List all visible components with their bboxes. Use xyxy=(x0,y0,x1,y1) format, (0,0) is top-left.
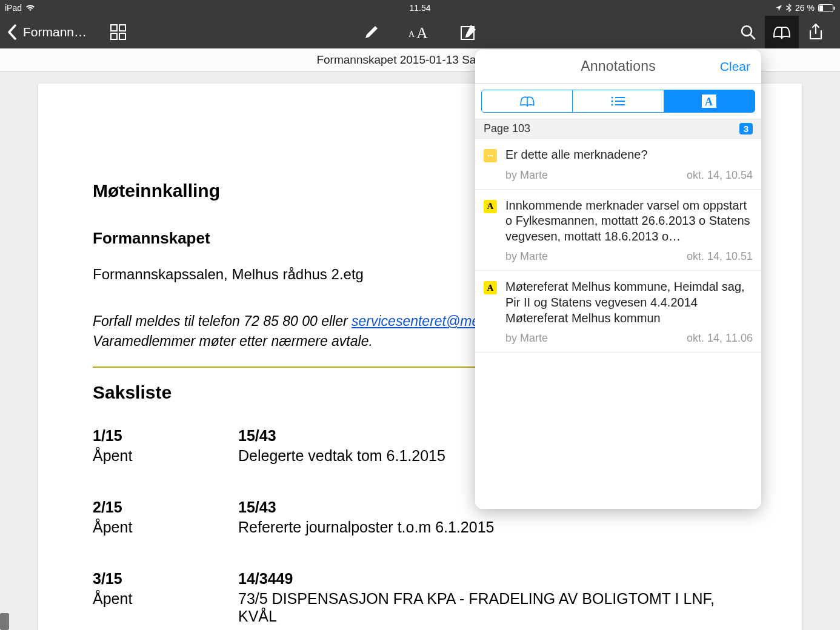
svg-rect-16 xyxy=(615,104,625,105)
svg-point-11 xyxy=(611,97,613,99)
annotation-time: okt. 14, 11.06 xyxy=(687,332,753,345)
status-bar: iPad 11.54 26 % xyxy=(0,0,840,16)
seg-bookmarks[interactable] xyxy=(482,90,573,112)
annotation-page-header: Page 103 3 xyxy=(475,119,761,139)
svg-rect-12 xyxy=(615,97,625,98)
annotation-list[interactable]: Er dette alle merknadene? by Marteokt. 1… xyxy=(475,139,761,509)
annotation-author: by Marte xyxy=(505,169,548,182)
case-num: 2/15 xyxy=(93,499,238,516)
annotations-popover: Annotations Clear A Page 103 3 Er dette … xyxy=(475,50,761,509)
case-title: 73/5 DISPENSASJON FRA KPA - FRADELING AV… xyxy=(238,590,747,625)
svg-text:A: A xyxy=(408,30,415,39)
case-num: 3/15 xyxy=(93,570,238,588)
seg-annotations[interactable]: A xyxy=(664,90,755,112)
battery-icon xyxy=(818,4,835,12)
case-title: Refererte journalposter t.o.m 6.1.2015 xyxy=(238,519,747,536)
battery-pct: 26 % xyxy=(795,3,815,13)
case-status: Åpent xyxy=(93,447,238,465)
pencil-icon[interactable] xyxy=(355,16,388,48)
bluetooth-icon xyxy=(786,4,792,12)
svg-text:A: A xyxy=(416,24,428,40)
annotation-text: Innkommende merknader varsel om oppstart… xyxy=(505,198,753,245)
compose-icon[interactable] xyxy=(452,16,485,48)
scrollbar-indicator[interactable] xyxy=(0,613,9,630)
svg-rect-2 xyxy=(834,7,835,10)
popover-header: Annotations Clear xyxy=(475,50,761,84)
annotation-author: by Marte xyxy=(505,250,548,263)
status-time: 11.54 xyxy=(409,3,430,13)
wifi-icon xyxy=(25,4,35,12)
svg-rect-1 xyxy=(819,5,823,11)
page-label: Page 103 xyxy=(484,122,530,135)
comment-icon xyxy=(484,149,497,162)
annotation-time: okt. 14, 10.54 xyxy=(687,169,753,182)
svg-text:A: A xyxy=(705,96,713,108)
svg-point-15 xyxy=(611,104,613,106)
bookmark-icon[interactable] xyxy=(765,16,799,48)
svg-point-20 xyxy=(490,155,491,156)
annotation-text: Er dette alle merknadene? xyxy=(505,147,753,163)
svg-point-13 xyxy=(611,101,613,102)
location-icon xyxy=(775,4,782,12)
svg-point-19 xyxy=(488,155,489,156)
case-num: 1/15 xyxy=(93,427,238,445)
annotation-text: Møtereferat Melhus kommune, Heimdal sag,… xyxy=(505,279,753,326)
svg-rect-4 xyxy=(119,25,125,31)
device-label: iPad xyxy=(5,3,22,13)
text-size-icon[interactable]: AA xyxy=(403,16,437,48)
annotation-time: okt. 14, 10.51 xyxy=(687,250,753,263)
case-ref: 14/3449 xyxy=(238,570,747,588)
annotation-item[interactable]: A Møtereferat Melhus kommune, Heimdal sa… xyxy=(475,271,761,353)
back-title[interactable]: Formann… xyxy=(23,25,87,39)
seg-outline[interactable] xyxy=(573,90,664,112)
case-block: 3/1514/3449 Åpent73/5 DISPENSASJON FRA K… xyxy=(93,570,747,625)
highlight-icon: A xyxy=(484,281,497,294)
clear-button[interactable]: Clear xyxy=(720,59,750,74)
popover-title: Annotations xyxy=(475,58,761,75)
svg-rect-5 xyxy=(111,33,117,39)
back-button[interactable] xyxy=(7,16,17,48)
annotation-author: by Marte xyxy=(505,332,548,345)
segmented-control: A xyxy=(481,90,755,113)
svg-rect-3 xyxy=(111,25,117,31)
annotation-item[interactable]: A Innkommende merknader varsel om oppsta… xyxy=(475,190,761,271)
toolbar: Formann… AA xyxy=(0,16,840,48)
svg-rect-14 xyxy=(615,101,625,102)
annotation-count-badge: 3 xyxy=(739,123,753,134)
grid-icon[interactable] xyxy=(101,16,135,48)
case-status: Åpent xyxy=(93,590,238,625)
svg-point-21 xyxy=(492,155,493,156)
highlight-icon: A xyxy=(484,200,497,213)
search-icon[interactable] xyxy=(731,16,765,48)
svg-rect-6 xyxy=(119,33,125,39)
case-status: Åpent xyxy=(93,519,238,536)
share-icon[interactable] xyxy=(799,16,833,48)
annotation-item[interactable]: Er dette alle merknadene? by Marteokt. 1… xyxy=(475,139,761,190)
